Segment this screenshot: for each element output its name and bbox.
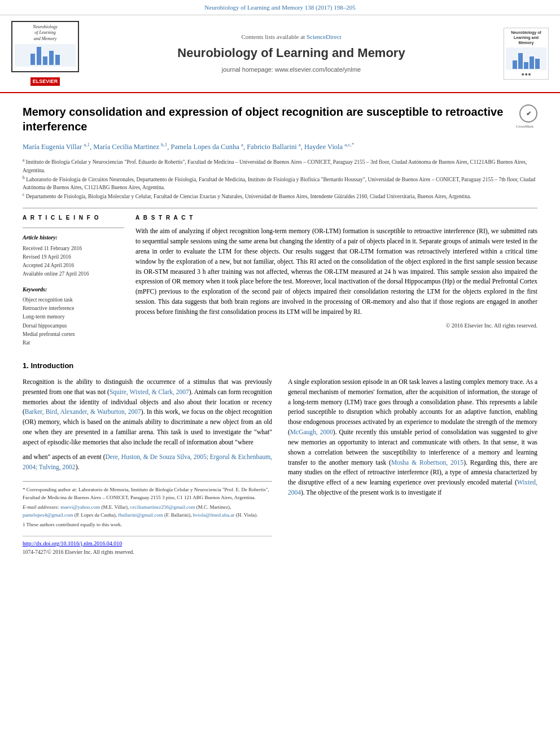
affiliation-a: a Instituto de Biología Celular y Neuroc… [23, 157, 537, 174]
revised-date: Revised 19 April 2016 [23, 253, 124, 261]
intro-para-2: and when" aspects of an event (Dere, Hus… [23, 452, 272, 473]
paper-container: Memory consolidation and expression of o… [0, 93, 560, 568]
footnote-corresponding: * Corresponding author at: Laboratorio d… [23, 486, 272, 501]
thumb-chart [506, 47, 546, 70]
paper-title: Memory consolidation and expression of o… [23, 104, 512, 134]
intro-para-1: Recognition is the ability to distinguis… [23, 377, 272, 448]
footnotes-area: * Corresponding author at: Laboratorio d… [23, 481, 272, 529]
journal-homepage: journal homepage: www.elsevier.com/locat… [85, 65, 498, 75]
crossmark-label: CrossMark [512, 124, 537, 129]
intro-heading: 1. Introduction [23, 361, 537, 372]
section-divider [23, 208, 537, 208]
intro-para-right-1: A single exploration session episode in … [288, 377, 537, 498]
journal-center-header: Contents lists available at ScienceDirec… [79, 33, 504, 75]
keyword-3: Long-term memory [23, 313, 124, 321]
intro-columns: Recognition is the ability to distinguis… [23, 377, 537, 557]
copyright-line: © 2016 Elsevier Inc. All rights reserved… [135, 322, 537, 330]
keyword-1: Object recognition task [23, 296, 124, 304]
journal-header: Neurobiologyof Learningand Memory ELSEVI… [0, 15, 560, 93]
intro-right-col: A single exploration session episode in … [288, 377, 537, 557]
affiliation-c: c Departamento de Fisiología, Biología M… [23, 191, 537, 200]
article-history-title: Article history: [23, 234, 124, 242]
issn-line: 1074-7427/© 2016 Elsevier Inc. All right… [23, 549, 272, 557]
abstract-heading: A B S T R A C T [135, 214, 537, 222]
journal-thumbnail: Neurobiology ofLearning andMemory ■ ■ ■ [504, 28, 549, 80]
elsevier-label: ELSEVIER [30, 77, 60, 86]
footnote-email: E-mail addresses: maevi@yahoo.com (M.E. … [23, 504, 272, 519]
crossmark-badge: ✔ [519, 104, 537, 123]
intro-left-col: Recognition is the ability to distinguis… [23, 377, 272, 557]
article-info-heading: A R T I C L E I N F O [23, 214, 124, 222]
logo-area: Neurobiologyof Learningand Memory ELSEVI… [11, 21, 79, 86]
journal-logo-box: Neurobiologyof Learningand Memory [11, 21, 79, 72]
keyword-6: Rat [23, 339, 124, 347]
paper-title-section: Memory consolidation and expression of o… [23, 104, 537, 134]
doi-anchor[interactable]: http://dx.doi.org/10.1016/j.nlm.2016.04.… [23, 540, 122, 547]
sciencedirect-link[interactable]: ScienceDirect [307, 33, 342, 40]
journal-citation-text: Neurobiology of Learning and Memory 138 … [204, 4, 355, 11]
keyword-4: Dorsal hippocampus [23, 322, 124, 330]
journal-title: Neurobiology of Learning and Memory [85, 44, 498, 62]
crossmark-area: ✔ CrossMark [512, 104, 537, 129]
affiliations: a Instituto de Biología Celular y Neuroc… [23, 157, 537, 201]
received-date: Received 11 February 2016 [23, 244, 124, 253]
keywords-heading: Keywords: [23, 286, 124, 294]
keywords-section: Keywords: Object recognition task Retroa… [23, 286, 124, 348]
sciencedirect-line: Contents lists available at ScienceDirec… [85, 33, 498, 42]
abstract-text: With the aim of analyzing if object reco… [135, 226, 537, 317]
elsevier-logo: ELSEVIER [11, 76, 79, 86]
info-divider [23, 228, 124, 228]
introduction-section: 1. Introduction Recognition is the abili… [23, 361, 537, 557]
abstract-panel: A B S T R A C T With the aim of analyzin… [135, 214, 537, 347]
keyword-5: Medial prefrontal cortex [23, 330, 124, 339]
journal-citation-bar: Neurobiology of Learning and Memory 138 … [0, 0, 560, 15]
article-info-abstract: A R T I C L E I N F O Article history: R… [23, 214, 537, 347]
affiliation-b: b Laboratorio de Fisiología de Circuitos… [23, 174, 537, 192]
available-date: Available online 27 April 2016 [23, 270, 124, 278]
doi-link: http://dx.doi.org/10.1016/j.nlm.2016.04.… [23, 540, 272, 548]
bottom-bar: http://dx.doi.org/10.1016/j.nlm.2016.04.… [23, 536, 272, 557]
keyword-2: Retroactive interference [23, 304, 124, 313]
authors-line: María Eugenia Villar a,1, María Cecilia … [23, 141, 537, 152]
article-info-panel: A R T I C L E I N F O Article history: R… [23, 214, 124, 347]
footnote-equal-contribution: 1 These authors contributed equally to t… [23, 521, 272, 529]
accepted-date: Accepted 24 April 2016 [23, 261, 124, 270]
